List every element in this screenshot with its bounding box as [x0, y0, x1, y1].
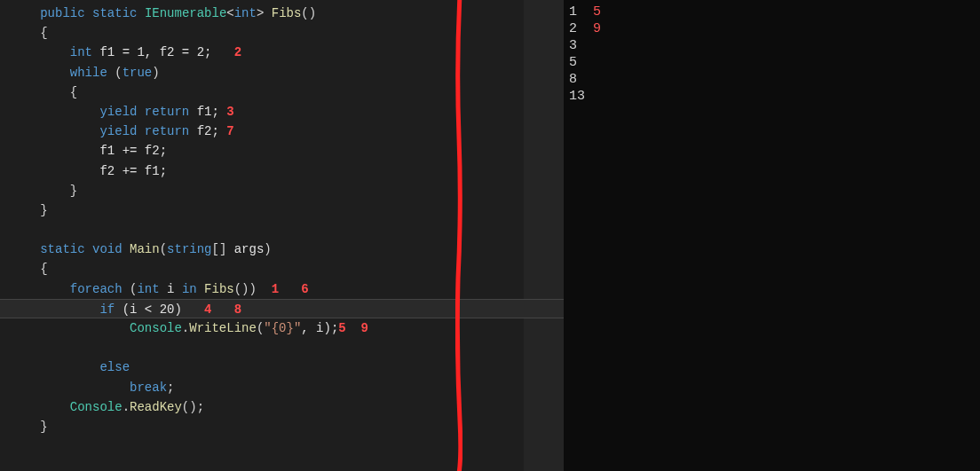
code-line[interactable]: }: [18, 200, 564, 220]
code-line[interactable]: while (true): [18, 63, 564, 82]
code-line[interactable]: {: [18, 259, 564, 279]
console-output-panel[interactable]: 1 5 2 9 3 5 8 13: [564, 0, 980, 471]
output-line: 8: [569, 71, 980, 88]
code-line[interactable]: {: [18, 23, 564, 43]
step-annotation: 8: [234, 302, 241, 317]
editor-container: public static IEnumerable<int> Fibs() { …: [0, 0, 980, 471]
output-line: 13: [569, 88, 980, 105]
code-editor-panel[interactable]: public static IEnumerable<int> Fibs() { …: [0, 0, 564, 471]
code-line[interactable]: int f1 = 1, f2 = 2; 2: [18, 43, 564, 62]
code-line[interactable]: f1 += f2;: [18, 141, 564, 161]
step-annotation: 5: [593, 4, 601, 20]
code-line[interactable]: yield return f2; 7: [18, 122, 564, 141]
step-annotation: 7: [226, 124, 233, 138]
output-line: 1 5: [569, 4, 980, 20]
step-annotation: 9: [593, 21, 601, 36]
step-annotation: 2: [234, 45, 241, 59]
step-annotation: 6: [301, 282, 308, 296]
output-line: 5: [569, 54, 980, 71]
code-line[interactable]: [18, 220, 564, 239]
output-line: 3: [569, 37, 980, 54]
code-line[interactable]: foreach (int i in Fibs()) 1 6: [18, 279, 564, 299]
code-line[interactable]: else: [18, 357, 564, 377]
output-line: 2 9: [569, 20, 980, 37]
code-line[interactable]: Console.WriteLine("{0}", i);5 9: [18, 318, 564, 338]
code-line[interactable]: f2 += f1;: [18, 161, 564, 181]
code-line-current[interactable]: if (i < 20) 4 8: [0, 299, 564, 318]
code-line[interactable]: public static IEnumerable<int> Fibs(): [18, 4, 564, 23]
code-line[interactable]: [18, 338, 564, 357]
code-line[interactable]: yield return f1; 3: [18, 102, 564, 122]
step-annotation: 9: [361, 321, 368, 335]
code-line[interactable]: Console.ReadKey();: [18, 397, 564, 417]
code-line[interactable]: }: [18, 417, 564, 436]
code-line[interactable]: }: [18, 181, 564, 200]
step-annotation: 3: [226, 105, 233, 119]
code-line[interactable]: {: [18, 82, 564, 102]
step-annotation: 4: [204, 302, 211, 317]
code-line[interactable]: static void Main(string[] args): [18, 239, 564, 259]
step-annotation: 1: [272, 282, 279, 296]
code-line[interactable]: break;: [18, 378, 564, 397]
step-annotation: 5: [338, 321, 345, 335]
